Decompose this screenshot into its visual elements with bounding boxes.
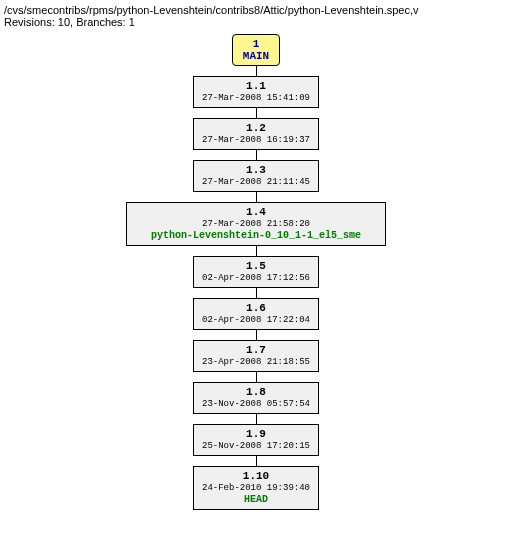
- revision-node: 1.3 27-Mar-2008 21:11:45: [193, 160, 319, 192]
- revision-date: 23-Apr-2008 21:18:55: [202, 357, 310, 368]
- revision-number: 1.9: [202, 428, 310, 441]
- branch-name: MAIN: [243, 50, 269, 62]
- revision-node-tagged: 1.4 27-Mar-2008 21:58:20 python-Levensht…: [126, 202, 386, 246]
- revision-date: 24-Feb-2010 19:39:40: [202, 483, 310, 494]
- revision-number: 1.6: [202, 302, 310, 315]
- revision-number: 1.10: [202, 470, 310, 483]
- revision-tree: 1 MAIN 1.1 27-Mar-2008 15:41:09 1.2 27-M…: [4, 34, 508, 510]
- repo-path: /cvs/smecontribs/rpms/python-Levenshtein…: [4, 4, 508, 16]
- revision-node: 1.5 02-Apr-2008 17:12:56: [193, 256, 319, 288]
- connector: [256, 246, 257, 256]
- connector: [256, 66, 257, 76]
- branch-node-main: 1 MAIN: [232, 34, 280, 66]
- connector: [256, 192, 257, 202]
- revision-node: 1.1 27-Mar-2008 15:41:09: [193, 76, 319, 108]
- revision-date: 27-Mar-2008 21:11:45: [202, 177, 310, 188]
- revisions-count: Revisions: 10, Branches: 1: [4, 16, 508, 28]
- connector: [256, 414, 257, 424]
- revision-date: 27-Mar-2008 16:19:37: [202, 135, 310, 146]
- revision-date: 27-Mar-2008 21:58:20: [135, 219, 377, 230]
- revision-number: 1.1: [202, 80, 310, 93]
- revision-date: 23-Nov-2008 05:57:54: [202, 399, 310, 410]
- connector: [256, 372, 257, 382]
- revision-number: 1.4: [135, 206, 377, 219]
- connector: [256, 108, 257, 118]
- revision-date: 25-Nov-2008 17:20:15: [202, 441, 310, 452]
- revision-number: 1.3: [202, 164, 310, 177]
- revision-number: 1.5: [202, 260, 310, 273]
- connector: [256, 456, 257, 466]
- revision-node-head: 1.10 24-Feb-2010 19:39:40 HEAD: [193, 466, 319, 510]
- revision-node: 1.2 27-Mar-2008 16:19:37: [193, 118, 319, 150]
- revision-number: 1.2: [202, 122, 310, 135]
- revision-node: 1.9 25-Nov-2008 17:20:15: [193, 424, 319, 456]
- branch-number: 1: [243, 38, 269, 50]
- revision-date: 02-Apr-2008 17:12:56: [202, 273, 310, 284]
- connector: [256, 330, 257, 340]
- revision-node: 1.6 02-Apr-2008 17:22:04: [193, 298, 319, 330]
- connector: [256, 150, 257, 160]
- revision-date: 02-Apr-2008 17:22:04: [202, 315, 310, 326]
- revision-date: 27-Mar-2008 15:41:09: [202, 93, 310, 104]
- revision-tag: python-Levenshtein-0_10_1-1_el5_sme: [135, 230, 377, 242]
- revision-number: 1.8: [202, 386, 310, 399]
- revision-number: 1.7: [202, 344, 310, 357]
- head-tag: HEAD: [202, 494, 310, 506]
- revision-node: 1.7 23-Apr-2008 21:18:55: [193, 340, 319, 372]
- revision-node: 1.8 23-Nov-2008 05:57:54: [193, 382, 319, 414]
- connector: [256, 288, 257, 298]
